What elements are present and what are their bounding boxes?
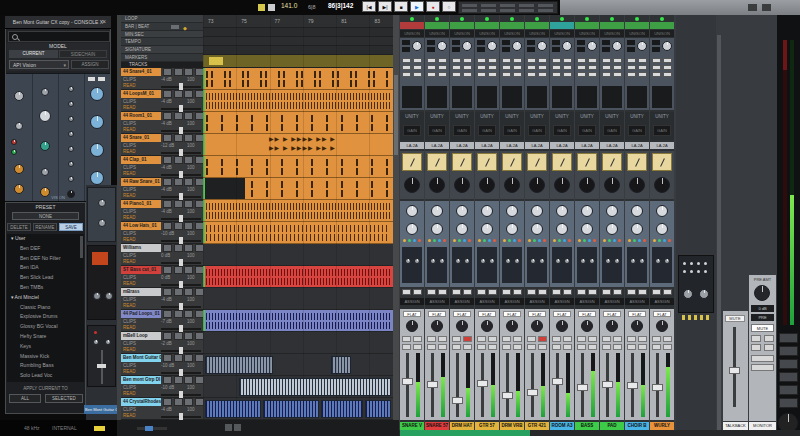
sends-pill[interactable]: FLAT <box>428 311 446 317</box>
strip-knob[interactable] <box>14 184 24 194</box>
assign-bar[interactable]: ASSIGN <box>475 298 499 305</box>
insert-plugin-eq[interactable] <box>450 201 474 287</box>
track-button[interactable] <box>174 376 183 384</box>
eq-knob[interactable] <box>430 258 436 264</box>
clip-lane[interactable] <box>203 222 393 244</box>
track-button[interactable] <box>184 310 193 318</box>
preamp-gain-knob[interactable] <box>662 41 672 51</box>
preamp-button[interactable] <box>427 65 436 70</box>
module-knob[interactable] <box>93 292 101 300</box>
preamp-button[interactable] <box>663 58 672 63</box>
track-button[interactable] <box>174 156 183 164</box>
eq-knob[interactable] <box>406 205 418 217</box>
preamp-button[interactable] <box>513 72 522 77</box>
channel-state-button[interactable] <box>552 336 561 342</box>
eq-knob[interactable] <box>664 258 670 264</box>
preamp-button[interactable] <box>552 72 561 77</box>
eq-knob[interactable] <box>406 223 418 235</box>
preset-item[interactable]: Ben DEF No Filter <box>7 254 84 263</box>
track-button[interactable] <box>184 376 193 384</box>
insert-plugin-vu[interactable] <box>625 151 649 199</box>
track-row[interactable]: 44 LoopsM_01CLIPS-4 dB100READ <box>121 90 203 112</box>
clip-lane[interactable] <box>203 266 393 288</box>
channel-state-button[interactable] <box>527 344 536 350</box>
track-button[interactable] <box>174 90 183 98</box>
automation-mode[interactable]: READ <box>123 325 136 330</box>
insert-knob[interactable] <box>604 177 620 193</box>
fader-cap[interactable] <box>652 384 663 391</box>
unison-slot[interactable]: UNISON <box>500 30 524 37</box>
clips-dropdown[interactable]: CLIPS <box>123 121 136 126</box>
channel-state-button[interactable] <box>413 344 422 350</box>
track-button[interactable] <box>184 90 193 98</box>
ruler-row-loop[interactable]: LOOP <box>121 15 203 23</box>
track-button[interactable] <box>174 200 183 208</box>
eq-knob[interactable] <box>505 258 511 264</box>
track-row[interactable]: 44 Raw Snare_01CLIPS-4 dB100READ <box>121 178 203 200</box>
automation-mode[interactable]: READ <box>123 193 136 198</box>
transport-option[interactable] <box>538 9 553 12</box>
strip-knob[interactable] <box>90 171 104 185</box>
strip-knob[interactable] <box>11 149 17 155</box>
channel-state-button[interactable] <box>513 344 522 350</box>
module-knob[interactable] <box>105 339 111 345</box>
strip-knob[interactable] <box>68 161 74 167</box>
gain-eq-button[interactable] <box>563 289 572 295</box>
track-button[interactable] <box>184 68 193 76</box>
preamp-button[interactable] <box>488 58 497 63</box>
eq-knob[interactable] <box>655 258 661 264</box>
strip-knob[interactable] <box>68 131 74 137</box>
gain-eq-button[interactable] <box>602 289 611 295</box>
patch-knob[interactable] <box>699 289 709 299</box>
markers-ruler[interactable] <box>203 55 393 68</box>
preamp-gain-knob[interactable] <box>562 41 572 51</box>
transport-option[interactable] <box>500 9 515 12</box>
gain-eq-button[interactable] <box>463 289 472 295</box>
eq-knob[interactable] <box>631 223 643 235</box>
monitor-option-button[interactable] <box>764 344 774 351</box>
track-button[interactable] <box>163 398 172 406</box>
track-button[interactable] <box>184 156 193 164</box>
eq-knob[interactable] <box>614 258 620 264</box>
sends-pill[interactable]: FLAT <box>478 311 496 317</box>
gain-eq-button[interactable] <box>513 289 522 295</box>
preamp-button[interactable] <box>513 65 522 70</box>
strip-knob[interactable] <box>40 141 50 151</box>
clips-dropdown[interactable]: CLIPS <box>123 253 136 258</box>
channel-state-button[interactable] <box>552 344 561 350</box>
preamp-button[interactable] <box>502 65 511 70</box>
channel-state-button[interactable] <box>588 336 597 342</box>
strip-knob[interactable] <box>68 116 74 122</box>
channel-state-button[interactable] <box>563 336 572 342</box>
channel-state-button[interactable] <box>638 344 647 350</box>
transport-option[interactable] <box>519 4 534 7</box>
eq-knob[interactable] <box>605 258 611 264</box>
apply-selected-button[interactable]: SELECTED <box>45 394 83 403</box>
insert-slot-label[interactable]: LA-2A <box>425 142 449 149</box>
gain-box[interactable]: GAIN <box>653 125 671 136</box>
channel-state-button[interactable] <box>438 344 447 350</box>
track-button[interactable] <box>163 288 172 296</box>
assign-bar[interactable]: ASSIGN <box>450 298 474 305</box>
strip-knob[interactable] <box>14 91 24 101</box>
track-name[interactable]: 44 LoopsM_01 <box>121 90 161 98</box>
channel-name-label[interactable]: BASS <box>575 422 599 430</box>
zoom-slider-cap[interactable] <box>145 426 153 431</box>
pan-knob[interactable] <box>606 320 618 332</box>
eq-knob[interactable] <box>506 205 518 217</box>
unison-slot[interactable]: UNISON <box>550 30 574 37</box>
sends-pill[interactable]: FLAT <box>653 311 671 317</box>
automation-mode[interactable]: READ <box>123 413 136 418</box>
sends-pill[interactable]: FLAT <box>628 311 646 317</box>
track-row[interactable]: 44 Pad Loops_01CLIPS-7 dB100READ <box>121 310 203 332</box>
automation-mode[interactable]: READ <box>123 259 136 264</box>
gain-eq-button[interactable] <box>452 289 461 295</box>
ruler-row-signature[interactable]: SIGNATURE <box>121 46 203 54</box>
pan-knob[interactable] <box>531 320 543 332</box>
clips-dropdown[interactable]: CLIPS <box>123 165 136 170</box>
eq-knob[interactable] <box>589 258 595 264</box>
channel-state-button[interactable] <box>638 336 647 342</box>
unison-slot[interactable]: UNISON <box>400 30 424 37</box>
track-name[interactable]: 44 Clap_01 <box>121 156 161 164</box>
tab-sidechain[interactable]: SIDECHAIN <box>59 50 107 58</box>
